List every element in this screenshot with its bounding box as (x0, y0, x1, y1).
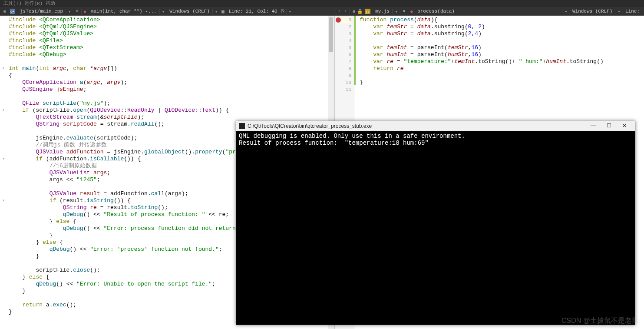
encoding-label[interactable]: Windows (CRLF) (570, 9, 615, 14)
nav-back-icon[interactable]: ‹ (336, 9, 343, 14)
pin-icon[interactable]: ⊕ (351, 9, 357, 14)
scrollbar-thumb[interactable] (329, 17, 333, 52)
watermark: CSDN @土拨鼠不是老鼠 (561, 316, 639, 326)
breadcrumb-dropdown-icon[interactable]: ▾ (159, 9, 167, 14)
tab-close-button[interactable]: × (73, 9, 82, 14)
fold-marker-icon[interactable]: ▾ (0, 197, 7, 204)
nav-forward-icon[interactable]: › (343, 9, 349, 14)
maximize-button[interactable]: ☐ (601, 121, 617, 131)
breakpoint-icon[interactable] (336, 17, 341, 23)
pin-icon[interactable]: ⊕ (2, 9, 8, 14)
encoding-label[interactable]: Windows (CRLF) (167, 9, 212, 14)
fold-marker-icon[interactable]: ▾ (0, 65, 7, 72)
js-file-icon: js (365, 8, 371, 14)
minimize-button[interactable]: — (585, 121, 601, 131)
cpp-file-icon: c+ (10, 8, 16, 14)
terminal-window[interactable]: C:\Qt\Tools\QtCreator\bin\qtcreator_proc… (236, 121, 635, 325)
fold-marker-icon[interactable]: ▾ (0, 107, 7, 114)
encoding-dropdown-icon[interactable]: ▾ (615, 9, 623, 14)
symbol-icon: ◆ (82, 9, 88, 14)
breadcrumb[interactable]: process(data) (415, 9, 457, 14)
cursor-position[interactable]: Line: (623, 9, 642, 14)
terminal-titlebar[interactable]: C:\Qt\Tools\QtCreator\bin\qtcreator_proc… (236, 121, 635, 131)
svg-text:js: js (366, 10, 369, 13)
fold-marker-icon[interactable]: ▾ (0, 156, 7, 163)
fold-gutter[interactable]: ▾ ▾ ▾ ▾ (0, 16, 7, 329)
left-tab-bar: ⊕ c+ jsTest/main.cpp ▾ × ◆ main(int, cha… (0, 7, 334, 16)
left-file-name[interactable]: jsTest/main.cpp (17, 9, 66, 14)
breadcrumb-dropdown-icon[interactable]: ▾ (562, 9, 570, 14)
symbol-icon: ◆ (408, 9, 415, 14)
split-icon[interactable]: ⎘ (280, 9, 286, 14)
breadcrumb[interactable]: main(int, char **) -... (88, 9, 159, 14)
right-tab-bar: ‹ › ⊕ 🔒 js my.js ▾ × ◆ process(data) ▾ W… (334, 7, 644, 16)
file-dropdown-icon[interactable]: ▾ (66, 9, 73, 14)
terminal-app-icon (239, 123, 245, 129)
bookmark-icon[interactable]: ▣ (220, 9, 226, 14)
svg-text:c+: c+ (10, 10, 14, 13)
menu-bar[interactable]: 工具(T) 运行(R) 帮助 (0, 0, 644, 7)
lock-icon[interactable]: 🔒 (357, 9, 363, 14)
terminal-output[interactable]: QML debugging is enabled. Only use this … (236, 131, 635, 148)
right-file-name[interactable]: my.js (373, 9, 392, 14)
file-dropdown-icon[interactable]: ▾ (392, 9, 400, 14)
cursor-position[interactable]: Line: 21, Col: 40 (226, 9, 280, 14)
split-dropdown-icon[interactable]: ▾ (286, 9, 294, 14)
terminal-title: C:\Qt\Tools\QtCreator\bin\qtcreator_proc… (248, 123, 372, 129)
close-button[interactable]: ✕ (617, 121, 632, 131)
tab-close-button[interactable]: × (400, 9, 409, 14)
encoding-dropdown-icon[interactable]: ▾ (212, 9, 220, 14)
